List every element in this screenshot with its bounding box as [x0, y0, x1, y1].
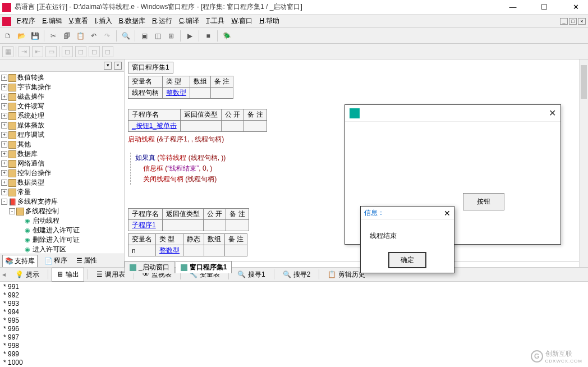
tool-d-icon[interactable]: ▭ — [45, 46, 57, 57]
tree-item-label[interactable]: 字节集操作 — [17, 82, 51, 92]
cut-icon[interactable]: ✂ — [48, 30, 59, 42]
menu-run[interactable]: R.运行 — [149, 15, 176, 27]
tree-item-label[interactable]: 数据类型 — [17, 178, 44, 187]
tree-lib-root[interactable]: 多线程支持库 — [17, 197, 58, 207]
menu-view[interactable]: V.查看 — [66, 15, 91, 27]
tree-item-label[interactable]: 系统处理 — [17, 111, 44, 121]
menu-edit[interactable]: E.编辑 — [39, 15, 65, 27]
sub-link[interactable]: _按钮1_被单击 — [132, 122, 177, 130]
type-link[interactable]: 整数型 — [159, 246, 180, 254]
arrow-left-icon[interactable]: ◂ — [2, 270, 6, 278]
redo-icon[interactable]: ↷ — [102, 30, 113, 42]
type-link[interactable]: 整数型 — [166, 89, 186, 97]
layout1-icon[interactable]: ▣ — [139, 30, 150, 42]
expand-icon[interactable]: + — [1, 113, 7, 119]
undo-icon[interactable]: ↶ — [88, 30, 99, 42]
mdi-controls[interactable]: _□× — [560, 18, 586, 25]
expand-icon[interactable]: + — [1, 84, 7, 90]
tree-item-label[interactable]: 数值转换 — [17, 73, 44, 82]
left-panel-tabs: 📚 支持库 📄 程序 ☰ 属性 — [0, 254, 124, 267]
runtime-titlebar[interactable]: ✕ — [345, 105, 561, 122]
expand-icon[interactable]: + — [1, 151, 7, 157]
tool-a-icon[interactable]: ▦ — [2, 46, 13, 57]
tab-attributes[interactable]: ☰ 属性 — [74, 255, 99, 267]
msgbox-titlebar[interactable]: 信息： ✕ — [361, 207, 454, 220]
tool-g-icon[interactable]: ◻ — [89, 46, 100, 57]
test-button[interactable]: 按钮 — [463, 193, 504, 210]
tree-leaf-label[interactable]: 启动线程 — [33, 216, 59, 226]
new-icon[interactable]: 🗋 — [2, 30, 13, 42]
tree-item-label[interactable]: 程序调试 — [17, 130, 44, 140]
tool-f-icon[interactable]: ◻ — [75, 46, 86, 57]
runtime-close-icon[interactable]: ✕ — [549, 108, 556, 118]
tree-item-label[interactable]: 数据库 — [17, 149, 38, 159]
menu-insert[interactable]: I.插入 — [91, 15, 116, 27]
library-tree[interactable]: +数值转换+字节集操作+磁盘操作+文件读写+系统处理+媒体播放+程序调试+其他+… — [0, 72, 124, 254]
folder-icon — [8, 169, 16, 177]
tab-program[interactable]: 📄 程序 — [42, 255, 70, 267]
minimize-button[interactable]: — — [503, 3, 523, 11]
expand-icon[interactable]: + — [1, 94, 7, 100]
menu-compile[interactable]: C.编译 — [176, 15, 203, 27]
btab-tip[interactable]: 💡 提示 — [10, 268, 44, 282]
maximize-button[interactable]: ☐ — [534, 3, 554, 11]
expand-icon[interactable]: + — [1, 103, 7, 109]
tree-leaf-label[interactable]: 进入许可区 — [33, 245, 66, 254]
menu-file[interactable]: F.程序 — [13, 15, 39, 27]
msgbox-ok-button[interactable]: 确定 — [388, 252, 426, 268]
tool-b-icon[interactable]: ⇥ — [19, 46, 30, 57]
title-bar: 易语言 [正在运行] - D:\daima\等待线程.e - Windows窗口… — [0, 0, 588, 15]
expand-icon[interactable]: + — [1, 75, 7, 81]
tool-h-icon[interactable]: ◻ — [102, 46, 113, 57]
tree-leaf-label[interactable]: 删除进入许可证 — [33, 235, 80, 245]
msgbox-close-icon[interactable]: ✕ — [444, 209, 451, 218]
menu-help[interactable]: H.帮助 — [256, 15, 283, 27]
folder-icon — [8, 112, 16, 120]
expand-icon[interactable]: - — [9, 208, 15, 214]
tab-support-lib[interactable]: 📚 支持库 — [2, 255, 38, 267]
menu-database[interactable]: B.数据库 — [116, 15, 149, 27]
tree-close-icon[interactable]: × — [114, 62, 122, 70]
code-scrollbar[interactable] — [579, 59, 588, 267]
close-button[interactable]: ✕ — [566, 3, 586, 11]
expand-icon[interactable]: + — [1, 180, 7, 186]
tree-item-label[interactable]: 常量 — [17, 187, 31, 197]
run-icon[interactable]: ▶ — [184, 30, 195, 42]
tab-program-set[interactable]: 窗口程序集1 — [176, 261, 232, 273]
variables-table-2: 变量名类 型静态数组备 注 n整数型 — [128, 233, 247, 256]
tool-e-icon[interactable]: ◻ — [62, 46, 73, 57]
expand-icon[interactable]: + — [1, 141, 7, 148]
copy-icon[interactable]: 🗐 — [61, 30, 72, 42]
stop-icon[interactable]: ■ — [203, 30, 214, 42]
save-icon[interactable]: 💾 — [29, 30, 40, 42]
watermark: G 创新互联 CDXWCX.COM — [531, 349, 582, 364]
btab-output[interactable]: 🖥 输出 — [52, 268, 84, 282]
expand-icon[interactable]: + — [1, 122, 7, 129]
expand-icon[interactable]: + — [1, 132, 7, 138]
tree-item-label[interactable]: 其他 — [17, 140, 31, 149]
expand-icon[interactable]: + — [1, 189, 7, 195]
expand-icon[interactable]: - — [1, 199, 7, 205]
tree-collapse-icon[interactable]: ▾ — [104, 62, 112, 70]
tree-item-label[interactable]: 控制台操作 — [17, 168, 51, 178]
output-panel[interactable]: * 991* 992* 993* 994* 995* 996* 997* 998… — [0, 282, 588, 367]
tree-item-label[interactable]: 网络通信 — [17, 159, 44, 168]
tree-leaf-label[interactable]: 创建进入许可证 — [33, 226, 80, 235]
open-icon[interactable]: 📂 — [16, 30, 27, 42]
tree-item-label[interactable]: 文件读写 — [17, 102, 44, 111]
tree-item-label[interactable]: 磁盘操作 — [17, 92, 44, 102]
find-icon[interactable]: 🔍 — [120, 30, 131, 42]
debug-icon[interactable]: 🪲 — [221, 30, 232, 42]
paste-icon[interactable]: 📋 — [75, 30, 86, 42]
menu-tools[interactable]: T.工具 — [203, 15, 228, 27]
expand-icon[interactable]: + — [1, 170, 7, 176]
tool-c-icon[interactable]: ⇤ — [32, 46, 43, 57]
menu-window[interactable]: W.窗口 — [228, 15, 256, 27]
tree-item-label[interactable]: 媒体播放 — [17, 121, 44, 130]
layout3-icon[interactable]: ⊞ — [166, 30, 177, 42]
expand-icon[interactable]: + — [1, 160, 7, 167]
layout2-icon[interactable]: ◫ — [152, 30, 163, 42]
tab-startup-window[interactable]: _启动窗口 — [125, 261, 174, 273]
sub-link[interactable]: 子程序1 — [132, 221, 156, 229]
tree-lib-sub[interactable]: 多线程控制 — [25, 207, 59, 216]
